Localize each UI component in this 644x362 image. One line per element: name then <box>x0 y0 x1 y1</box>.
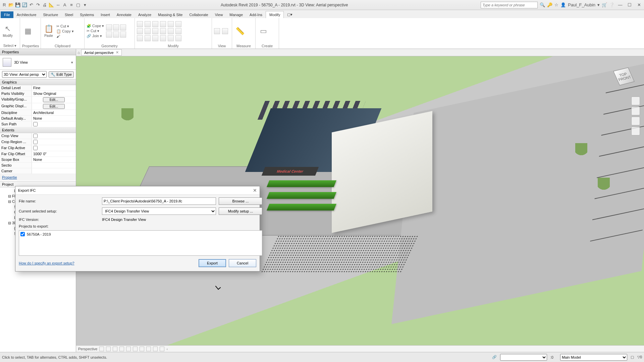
project-item[interactable]: 56750A - 2019 <box>20 232 261 236</box>
tab-collaborate[interactable]: Collaborate <box>186 11 211 18</box>
visual-style-icon[interactable] <box>106 347 111 351</box>
minimize-icon[interactable]: — <box>616 2 624 7</box>
join-button[interactable]: 🔗 Join ▾ <box>87 34 104 38</box>
prop-parts-vis-value[interactable]: Show Original <box>32 91 76 96</box>
sync-icon[interactable]: 🔄 <box>21 2 28 8</box>
view-tab-active[interactable]: Aerial perspective ✕ <box>81 49 121 56</box>
cut-button[interactable]: ✂ Cut ▾ <box>56 24 74 28</box>
steering-wheel-icon[interactable] <box>631 97 640 105</box>
properties-icon[interactable]: ▦ <box>22 23 34 39</box>
close-hidden-icon[interactable]: ▢ <box>75 2 81 8</box>
tab-structure[interactable]: Structure <box>40 11 61 18</box>
prop-far-clip-offset-value[interactable]: 1000' 0" <box>32 151 76 157</box>
section-graphics[interactable]: Graphics <box>0 79 76 85</box>
cancel-button[interactable]: Cancel <box>229 259 256 267</box>
maximize-icon[interactable]: ☐ <box>626 2 633 7</box>
align-icon[interactable]: ↔ <box>55 2 61 8</box>
crop-view-checkbox[interactable] <box>33 134 38 138</box>
create-tool-icon[interactable]: ▭ <box>258 23 269 39</box>
tab-analyze[interactable]: Analyze <box>135 11 155 18</box>
home-view-icon[interactable]: ⌂ <box>77 50 80 55</box>
setup-select[interactable]: IFC4 Design Transfer View <box>102 207 216 215</box>
tab-massing[interactable]: Massing & Site <box>155 11 186 18</box>
workset-select[interactable]: Main Model <box>560 354 627 361</box>
close-view-icon[interactable]: ✕ <box>116 50 119 55</box>
cart-icon[interactable]: 🛒 <box>602 2 607 7</box>
dropdown-icon[interactable]: ▾ <box>597 2 600 7</box>
project-checkbox[interactable] <box>20 232 25 236</box>
render-icon[interactable] <box>126 347 131 351</box>
match-button[interactable]: 🖌 <box>56 34 74 38</box>
file-name-input[interactable] <box>102 197 216 205</box>
search-input[interactable] <box>481 2 538 8</box>
crop-region-checkbox[interactable] <box>33 140 38 144</box>
keys-icon[interactable]: 🔑 <box>547 2 552 7</box>
orbit-icon[interactable] <box>631 127 640 135</box>
section-extents[interactable]: Extents <box>0 127 76 133</box>
help-icon[interactable]: ❔ <box>609 2 614 7</box>
search-icon[interactable]: 🔍 <box>540 2 545 7</box>
ribbon-collapse-icon[interactable]: ▢▾ <box>284 11 296 18</box>
modify-tools[interactable] <box>137 21 182 41</box>
prop-scope-box-value[interactable]: None <box>32 157 76 162</box>
viewcube[interactable]: TOPFRONT <box>610 63 637 90</box>
modify-setup-button[interactable]: Modify setup ... <box>219 207 262 215</box>
tab-modify[interactable]: Modify <box>266 11 284 18</box>
link-icon[interactable]: 🔗 <box>492 355 497 359</box>
switch-windows-icon[interactable]: ▾ <box>82 2 88 8</box>
star-icon[interactable]: ☆ <box>554 2 558 7</box>
redo-icon[interactable]: ↷ <box>35 2 41 8</box>
shadows-icon[interactable] <box>119 347 124 351</box>
zoom-icon[interactable] <box>631 117 640 125</box>
prop-default-analysis-value[interactable]: None <box>32 116 76 121</box>
user-name[interactable]: Paul_F_Aubin <box>568 2 595 7</box>
scale-label[interactable]: Perspective <box>78 347 97 351</box>
reveal-icon[interactable] <box>160 347 164 351</box>
cut-geom-button[interactable]: ✂ Cut ▾ <box>87 29 104 33</box>
far-clip-checkbox[interactable] <box>33 146 38 150</box>
view-tool-icon[interactable] <box>214 28 220 34</box>
type-selector[interactable]: 3D View: Aerial persp <box>2 71 47 78</box>
view-type-selector[interactable]: 3D View ▾ <box>0 55 76 70</box>
tab-addins[interactable]: Add-Ins <box>246 11 266 18</box>
graphic-display-edit-button[interactable]: Edit... <box>43 104 65 109</box>
export-button[interactable]: Export <box>199 259 226 267</box>
tab-annotate[interactable]: Annotate <box>113 11 135 18</box>
crop-region-icon[interactable] <box>140 347 144 351</box>
copy-button[interactable]: 📋 Copy ▾ <box>56 29 74 34</box>
tab-architecture[interactable]: Architecture <box>13 11 40 18</box>
close-icon[interactable]: ✕ <box>635 2 643 7</box>
help-link[interactable]: How do I specify an export setup? <box>19 261 74 265</box>
tab-steel[interactable]: Steel <box>61 11 76 18</box>
open-icon[interactable]: 📂 <box>8 2 14 8</box>
sun-path-icon[interactable] <box>113 347 117 351</box>
undo-icon[interactable]: ↶ <box>28 2 34 8</box>
temp-hide-icon[interactable] <box>153 347 158 351</box>
tab-insert[interactable]: Insert <box>97 11 113 18</box>
detail-level-icon[interactable] <box>99 347 104 351</box>
pan-icon[interactable] <box>631 107 640 115</box>
dialog-close-icon[interactable]: ✕ <box>253 188 257 193</box>
tab-view[interactable]: View <box>212 11 226 18</box>
lock-icon[interactable] <box>146 347 151 351</box>
thin-lines-icon[interactable]: ≡ <box>68 2 74 8</box>
properties-help-link[interactable]: Propertie <box>0 174 76 181</box>
prop-discipline-value[interactable]: Architectural <box>32 110 76 115</box>
cope-button[interactable]: 🧩 Cope ▾ <box>87 24 104 28</box>
text-icon[interactable]: A <box>62 2 68 8</box>
view-tool-icon-2[interactable] <box>222 28 228 34</box>
crop-icon[interactable] <box>133 347 138 351</box>
dialog-titlebar[interactable]: Export IFC ✕ <box>15 186 260 195</box>
save-icon[interactable]: 💾 <box>15 2 21 8</box>
paste-icon[interactable]: 📋Paste <box>43 23 54 39</box>
print-icon[interactable]: 🖨 <box>42 2 48 8</box>
app-icon[interactable]: R <box>1 2 7 8</box>
chevron-down-icon[interactable]: ▾ <box>71 60 73 65</box>
modify-tool-icon[interactable]: ↖Modify <box>2 23 13 39</box>
tab-manage[interactable]: Manage <box>226 11 246 18</box>
user-icon[interactable]: 👤 <box>560 2 566 7</box>
measure-tool-icon[interactable]: 📏 <box>234 23 246 39</box>
filter-icon[interactable]: ▽0 <box>637 355 642 359</box>
prop-detail-level-value[interactable]: Fine <box>32 85 76 90</box>
edit-type-button[interactable]: 🔧 Edit Type <box>49 71 74 78</box>
